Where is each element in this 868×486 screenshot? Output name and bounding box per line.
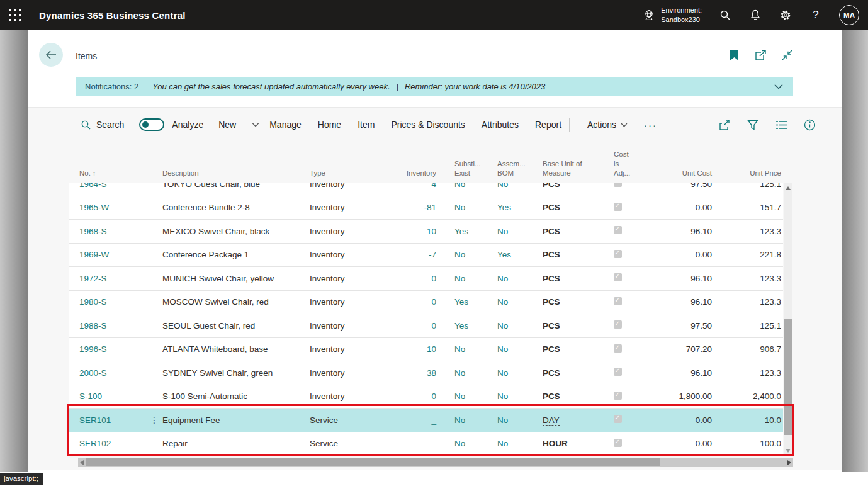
cell-inventory[interactable]: 0: [394, 321, 436, 331]
cell-base-unit[interactable]: PCS: [543, 297, 604, 307]
menu-item-item[interactable]: Item: [358, 120, 375, 130]
scroll-down-arrow-icon[interactable]: [786, 449, 791, 453]
share-icon[interactable]: [718, 118, 731, 132]
table-row[interactable]: SER102 Repair Service _ No No HOUR 0.00 …: [69, 432, 783, 456]
column-header-assembly-bom[interactable]: Assem... BOM: [497, 159, 543, 178]
table-row[interactable]: 2000-S SYDNEY Swivel Chair, green Invent…: [69, 361, 783, 385]
environment-picker[interactable]: Environment: Sandbox230: [642, 6, 702, 25]
list-layout-icon[interactable]: [774, 118, 788, 132]
cell-unit-price[interactable]: 123.3: [712, 227, 783, 236]
cell-substitutes-exist[interactable]: No: [436, 250, 497, 259]
open-in-new-window-icon[interactable]: [754, 49, 767, 62]
cell-description[interactable]: SYDNEY Swivel Chair, green: [162, 368, 310, 378]
cell-assembly-bom[interactable]: No: [497, 274, 543, 283]
cell-type[interactable]: Inventory: [310, 183, 394, 189]
cell-type[interactable]: Inventory: [310, 344, 394, 354]
cell-assembly-bom[interactable]: No: [497, 297, 543, 307]
search-list-button[interactable]: Search: [81, 120, 124, 130]
horizontal-scrollbar-thumb[interactable]: [86, 458, 660, 466]
cell-item-no[interactable]: 1964-S: [79, 183, 146, 189]
bookmark-icon[interactable]: [728, 49, 740, 62]
help-icon[interactable]: ?: [809, 8, 823, 22]
cell-assembly-bom[interactable]: Yes: [497, 250, 543, 259]
cell-unit-price[interactable]: 10.0: [712, 415, 783, 425]
cell-assembly-bom[interactable]: No: [497, 368, 543, 378]
cell-item-no[interactable]: 2000-S: [79, 368, 146, 378]
analyze-label[interactable]: Analyze: [172, 120, 203, 130]
cell-item-no[interactable]: SER102: [79, 439, 146, 448]
cell-base-unit[interactable]: PCS: [543, 183, 604, 189]
cell-type[interactable]: Inventory: [310, 274, 394, 283]
cell-unit-cost[interactable]: 0.00: [649, 250, 712, 259]
cell-description[interactable]: S-100 Semi-Automatic: [162, 392, 310, 401]
cell-unit-cost[interactable]: 96.10: [649, 297, 712, 307]
column-header-unit-price[interactable]: Unit Price: [712, 169, 783, 178]
info-icon[interactable]: [803, 118, 816, 132]
column-header-description[interactable]: Description: [162, 169, 310, 178]
table-row[interactable]: 1988-S SEOUL Guest Chair, red Inventory …: [69, 314, 783, 338]
analyze-toggle[interactable]: [139, 118, 164, 131]
cell-unit-cost[interactable]: 0.00: [649, 439, 712, 448]
cell-base-unit[interactable]: PCS: [543, 250, 604, 259]
cell-substitutes-exist[interactable]: Yes: [436, 227, 497, 236]
cell-description[interactable]: Conference Bundle 2-8: [162, 203, 310, 212]
menu-item-attributes[interactable]: Attributes: [482, 120, 519, 130]
cell-base-unit[interactable]: PCS: [543, 227, 604, 236]
table-row[interactable]: S-100 S-100 Semi-Automatic Inventory 0 N…: [69, 385, 783, 409]
cell-base-unit[interactable]: PCS: [543, 344, 604, 354]
cell-item-no[interactable]: SER101: [79, 415, 146, 425]
table-row[interactable]: 1964-S TOKYO Guest Chair, blue Inventory…: [69, 183, 783, 196]
menu-item-prices-discounts[interactable]: Prices & Discounts: [391, 120, 465, 130]
cell-unit-price[interactable]: 906.7: [712, 344, 783, 354]
scroll-right-arrow-icon[interactable]: [787, 460, 791, 465]
cell-base-unit[interactable]: HOUR: [543, 439, 604, 448]
cell-inventory[interactable]: _: [394, 415, 436, 425]
cell-assembly-bom[interactable]: No: [497, 439, 543, 448]
cell-description[interactable]: SEOUL Guest Chair, red: [162, 321, 310, 331]
cell-item-no[interactable]: 1968-S: [79, 227, 146, 236]
table-row[interactable]: 1980-S MOSCOW Swivel Chair, red Inventor…: [69, 291, 783, 315]
cell-inventory[interactable]: 10: [394, 344, 436, 354]
menu-item-report[interactable]: Report: [535, 120, 561, 130]
cell-inventory[interactable]: 0: [394, 297, 436, 307]
cell-substitutes-exist[interactable]: No: [436, 368, 497, 378]
table-row[interactable]: 1996-S ATLANTA Whiteboard, base Inventor…: [69, 338, 783, 362]
cell-item-no[interactable]: 1988-S: [79, 321, 146, 331]
cell-type[interactable]: Inventory: [310, 297, 394, 307]
cell-item-no[interactable]: 1969-W: [79, 250, 146, 259]
table-row[interactable]: 1965-W Conference Bundle 2-8 Inventory -…: [69, 196, 783, 220]
cell-unit-price[interactable]: 100.0: [712, 439, 783, 448]
cell-description[interactable]: Conference Package 1: [162, 250, 310, 259]
menu-item-home[interactable]: Home: [318, 120, 341, 130]
column-header-substitutes-exist[interactable]: Substi... Exist: [436, 159, 497, 178]
cell-unit-price[interactable]: 123.3: [712, 297, 783, 307]
cell-assembly-bom[interactable]: No: [497, 321, 543, 331]
search-icon[interactable]: [718, 8, 732, 22]
cell-item-no[interactable]: 1972-S: [79, 274, 146, 283]
cell-base-unit[interactable]: PCS: [543, 392, 604, 401]
cell-base-unit[interactable]: PCS: [543, 321, 604, 331]
cell-unit-price[interactable]: 123.3: [712, 368, 783, 378]
cell-description[interactable]: Repair: [162, 439, 310, 448]
cell-type[interactable]: Inventory: [310, 368, 394, 378]
column-header-base-unit[interactable]: Base Unit of Measure: [543, 159, 604, 178]
cell-base-unit[interactable]: DAY: [543, 415, 604, 425]
cell-description[interactable]: TOKYO Guest Chair, blue: [162, 183, 310, 189]
cell-unit-cost[interactable]: 96.10: [649, 274, 712, 283]
table-row[interactable]: 1969-W Conference Package 1 Inventory -7…: [69, 244, 783, 268]
cell-item-no[interactable]: 1965-W: [79, 203, 146, 212]
cell-base-unit[interactable]: PCS: [543, 203, 604, 212]
cell-unit-cost[interactable]: 96.10: [649, 227, 712, 236]
cell-unit-cost[interactable]: 96.10: [649, 368, 712, 378]
menu-item-manage[interactable]: Manage: [269, 120, 302, 130]
cell-description[interactable]: MEXICO Swivel Chair, black: [162, 227, 310, 236]
actions-menu-button[interactable]: Actions: [587, 120, 628, 130]
table-row[interactable]: SER101 ⋮ Equipment Fee Service _ No No D…: [69, 409, 783, 432]
cell-substitutes-exist[interactable]: No: [436, 344, 497, 354]
cell-unit-price[interactable]: 125.1: [712, 183, 783, 189]
cell-base-unit[interactable]: PCS: [543, 368, 604, 378]
cell-inventory[interactable]: 38: [394, 368, 436, 378]
new-button[interactable]: New: [218, 120, 236, 130]
new-split-chevron-down-icon[interactable]: [252, 122, 259, 127]
notifications-bell-icon[interactable]: [748, 8, 762, 22]
